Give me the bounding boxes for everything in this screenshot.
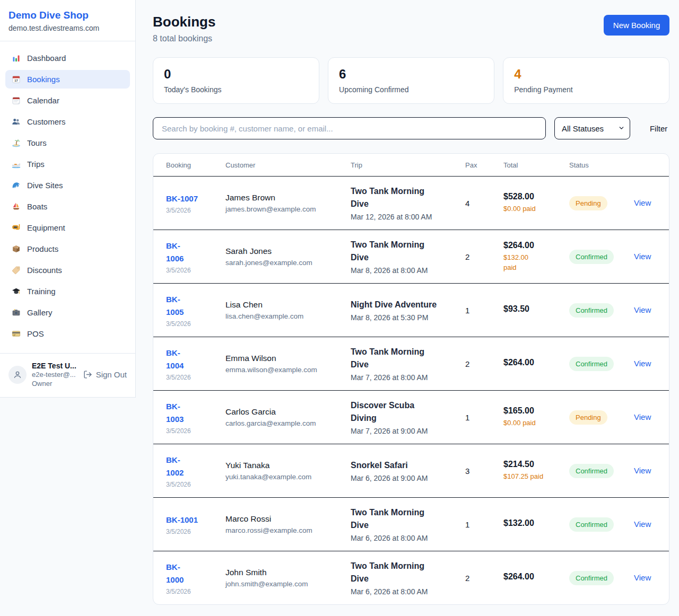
island-icon: [12, 138, 21, 147]
pax-count: 2: [465, 252, 503, 261]
booking-date: 3/5/2026: [166, 320, 220, 328]
customer-email: sarah.jones@example.com: [225, 259, 345, 267]
filter-button[interactable]: Filter: [648, 124, 669, 133]
col-header-pax: Pax: [465, 154, 503, 176]
trip-date: Mar 8, 2026 at 8:00 AM: [351, 266, 460, 275]
sidebar-item-label: Boats: [27, 202, 47, 211]
sidebar-item-label: Products: [27, 244, 58, 253]
tag-icon: [12, 266, 21, 275]
sidebar-item-bookings[interactable]: 17 Bookings: [5, 70, 130, 89]
stat-value: 0: [164, 67, 308, 82]
total-amount: $528.00: [503, 192, 564, 201]
total-amount: $93.50: [503, 304, 564, 314]
view-link[interactable]: View: [634, 198, 651, 207]
bar-chart-icon: [12, 54, 21, 63]
booking-id-link[interactable]: BK- 1005: [166, 293, 220, 319]
stat-card-upcoming-confirmed: 6 Upcoming Confirmed: [328, 57, 494, 104]
sidebar-item-customers[interactable]: Customers: [5, 112, 130, 131]
trip-date: Mar 7, 2026 at 9:00 AM: [351, 427, 460, 435]
status-badge: Confirmed: [569, 517, 614, 532]
sidebar-item-dive-sites[interactable]: Dive Sites: [5, 176, 130, 195]
customer-email: carlos.garcia@example.com: [225, 419, 345, 427]
pax-count: 3: [465, 467, 503, 476]
calendar-icon: 17: [12, 75, 21, 84]
sidebar-item-label: Trips: [27, 160, 45, 169]
sign-out-button[interactable]: Sign Out: [83, 370, 127, 379]
view-link[interactable]: View: [634, 520, 651, 529]
status-badge: Confirmed: [569, 464, 614, 478]
people-icon: [12, 117, 21, 126]
view-link[interactable]: View: [634, 412, 651, 421]
sidebar-item-equipment[interactable]: Equipment: [5, 218, 130, 237]
search-input[interactable]: [153, 117, 546, 139]
sidebar-item-gallery[interactable]: Gallery: [5, 303, 130, 322]
customer-name: Lisa Chen: [225, 300, 345, 310]
total-amount: $264.00: [503, 241, 564, 250]
sidebar-item-calendar[interactable]: Calendar: [5, 91, 130, 110]
new-booking-button[interactable]: New Booking: [604, 15, 669, 36]
sign-out-label: Sign Out: [96, 370, 127, 379]
sidebar-item-products[interactable]: Products: [5, 240, 130, 258]
table-row: BK- 10043/5/2026 Emma Wilsonemma.wilson@…: [153, 337, 669, 391]
trip-date: Mar 12, 2026 at 8:00 AM: [351, 213, 460, 221]
user-icon: [13, 370, 22, 380]
trip-name: Two Tank Morning Dive: [351, 346, 460, 371]
customer-email: john.smith@example.com: [225, 580, 345, 588]
col-header-trip: Trip: [351, 154, 465, 176]
total-amount: $264.00: [503, 358, 564, 367]
sidebar-item-dashboard[interactable]: Dashboard: [5, 49, 130, 67]
customer-name: Sarah Jones: [225, 247, 345, 256]
customer-name: Marco Rossi: [225, 514, 345, 524]
sidebar-item-discounts[interactable]: Discounts: [5, 261, 130, 279]
booking-id-link[interactable]: BK-1001: [166, 514, 220, 526]
table-row: BK-10013/5/2026 Marco Rossimarco.rossi@e…: [153, 498, 669, 551]
sidebar-item-boats[interactable]: Boats: [5, 197, 130, 216]
user-email: e2e-tester@...: [32, 371, 78, 380]
brand-domain: demo.test.divestreams.com: [8, 24, 127, 32]
filter-row: All Statuses Filter: [153, 117, 669, 139]
status-select-wrap: All Statuses: [554, 117, 630, 139]
sidebar-item-tours[interactable]: Tours: [5, 134, 130, 152]
stat-label: Today's Bookings: [164, 85, 308, 94]
booking-id-link[interactable]: BK-1007: [166, 192, 220, 205]
camera-icon: [12, 308, 21, 317]
pax-count: 2: [465, 359, 503, 368]
view-link[interactable]: View: [634, 573, 651, 582]
package-icon: [12, 244, 21, 253]
customer-name: John Smith: [225, 568, 345, 577]
pax-count: 1: [465, 413, 503, 422]
view-link[interactable]: View: [634, 252, 651, 261]
table-row: BK- 10033/5/2026 Carlos Garciacarlos.gar…: [153, 391, 669, 444]
booking-id-link[interactable]: BK- 1004: [166, 347, 220, 372]
booking-id-link[interactable]: BK- 1006: [166, 240, 220, 265]
total-amount: $214.50: [503, 460, 564, 469]
booking-id-link[interactable]: BK- 1003: [166, 400, 220, 426]
booking-date: 3/5/2026: [166, 588, 220, 595]
view-link[interactable]: View: [634, 359, 651, 368]
customer-name: Carlos Garcia: [225, 407, 345, 417]
sidebar-item-pos[interactable]: POS: [5, 324, 130, 343]
booking-id-link[interactable]: BK- 1002: [166, 454, 220, 479]
view-link[interactable]: View: [634, 466, 651, 475]
brand-title: Demo Dive Shop: [8, 10, 127, 21]
customer-email: yuki.tanaka@example.com: [225, 473, 345, 481]
user-name: E2E Test U...: [32, 361, 78, 371]
booking-id-link[interactable]: BK- 1000: [166, 561, 220, 586]
status-select[interactable]: All Statuses: [554, 117, 630, 139]
trip-name: Two Tank Morning Dive: [351, 239, 460, 264]
pax-count: 1: [465, 306, 503, 315]
sidebar-user-footer: E2E Test U... e2e-tester@... Owner Sign …: [0, 353, 135, 397]
sidebar-item-trips[interactable]: Trips: [5, 155, 130, 173]
pax-count: 1: [465, 520, 503, 529]
view-link[interactable]: View: [634, 305, 651, 314]
sidebar-item-training[interactable]: Training: [5, 282, 130, 301]
sidebar-item-label: Discounts: [27, 266, 62, 275]
page-subtitle: 8 total bookings: [153, 34, 215, 43]
customer-email: marco.rossi@example.com: [225, 526, 345, 534]
wave-icon: [12, 181, 21, 190]
table-row: BK- 10063/5/2026 Sarah Jonessarah.jones@…: [153, 230, 669, 284]
status-badge: Confirmed: [569, 250, 614, 264]
stat-card-pending-payment: 4 Pending Payment: [503, 57, 669, 104]
trip-date: Mar 6, 2026 at 9:00 AM: [351, 474, 460, 482]
booking-date: 3/5/2026: [166, 427, 220, 435]
